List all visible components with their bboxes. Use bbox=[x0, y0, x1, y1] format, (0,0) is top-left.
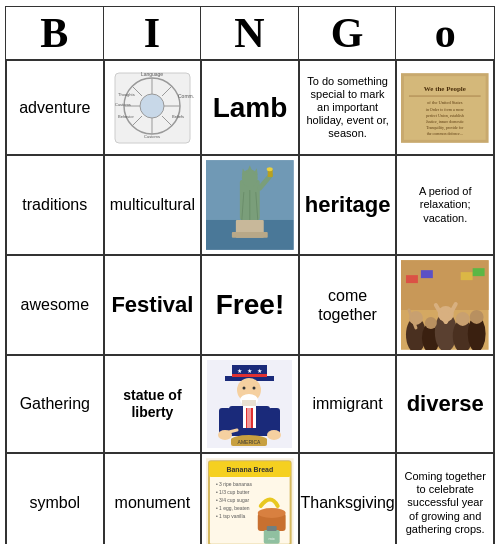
svg-point-38 bbox=[267, 167, 273, 171]
cell-text-symbol: symbol bbox=[29, 493, 80, 512]
svg-text:Comm.: Comm. bbox=[178, 93, 194, 99]
wheel-diagram-icon: Language Comm. Thoughts Beliefs Customs … bbox=[110, 68, 195, 148]
svg-text:★: ★ bbox=[257, 368, 262, 374]
header-g: G bbox=[299, 7, 397, 59]
cell-r2c3 bbox=[201, 155, 299, 255]
svg-rect-43 bbox=[232, 232, 268, 238]
cell-r3c2: Festival bbox=[104, 255, 202, 355]
svg-text:• 3 ripe bananas: • 3 ripe bananas bbox=[216, 482, 253, 487]
svg-rect-74 bbox=[242, 400, 256, 406]
svg-point-55 bbox=[470, 310, 484, 324]
cell-text-come-together: come together bbox=[304, 286, 392, 324]
svg-rect-62 bbox=[473, 268, 485, 276]
cell-text-relaxation: A period of relaxation; vacation. bbox=[401, 185, 489, 225]
svg-point-72 bbox=[253, 387, 256, 390]
cell-r3c4: come together bbox=[299, 255, 397, 355]
header-n: N bbox=[201, 7, 299, 59]
svg-text:Behavior: Behavior bbox=[118, 114, 134, 119]
svg-text:Customs: Customs bbox=[144, 134, 160, 139]
header-o: o bbox=[396, 7, 494, 59]
cell-text-festival: Festival bbox=[111, 292, 193, 318]
cell-text-awesome: awesome bbox=[21, 295, 89, 314]
svg-rect-60 bbox=[421, 270, 433, 278]
cell-r5c4: Thanksgiving bbox=[299, 453, 397, 544]
svg-rect-61 bbox=[461, 272, 473, 280]
cell-r4c4: immigrant bbox=[299, 355, 397, 453]
svg-rect-66 bbox=[232, 374, 267, 377]
cell-r4c5: diverse bbox=[396, 355, 494, 453]
cell-text-thanksgiving: Thanksgiving bbox=[300, 493, 394, 512]
svg-point-98 bbox=[258, 508, 286, 518]
cell-r1c1: adventure bbox=[6, 60, 104, 155]
cell-text-traditions: traditions bbox=[22, 195, 87, 214]
svg-text:• 3/4 cup sugar: • 3/4 cup sugar bbox=[216, 498, 250, 503]
cell-r3c3: Free! bbox=[201, 255, 299, 355]
festival-crowd-icon bbox=[401, 260, 489, 350]
cell-r5c3: Banana Bread • 3 ripe bananas • 1/3 cup … bbox=[201, 453, 299, 544]
svg-text:• 1 tsp vanilla: • 1 tsp vanilla bbox=[216, 514, 246, 519]
cell-text-immigrant: immigrant bbox=[312, 394, 382, 413]
cell-text-statue-of-liberty: statue of liberty bbox=[109, 387, 197, 421]
svg-rect-100 bbox=[267, 526, 277, 531]
svg-point-52 bbox=[425, 317, 437, 329]
svg-text:We the People: We the People bbox=[424, 85, 466, 93]
cell-r2c4: heritage bbox=[299, 155, 397, 255]
cell-r2c5: A period of relaxation; vacation. bbox=[396, 155, 494, 255]
cell-r1c2: Language Comm. Thoughts Beliefs Customs … bbox=[104, 60, 202, 155]
svg-text:the common defence...: the common defence... bbox=[427, 130, 463, 135]
cell-r2c2: multicultural bbox=[104, 155, 202, 255]
svg-point-54 bbox=[456, 312, 470, 326]
svg-rect-59 bbox=[406, 275, 418, 283]
svg-text:of the United States: of the United States bbox=[428, 100, 464, 105]
constitution-icon: We the People of the United States in Or… bbox=[401, 73, 489, 143]
cell-text-heritage: heritage bbox=[305, 192, 391, 218]
svg-text:★: ★ bbox=[237, 368, 242, 374]
svg-text:AMERICA: AMERICA bbox=[238, 439, 261, 445]
bingo-header: B I N G o bbox=[5, 6, 495, 59]
svg-text:in Order to form a more: in Order to form a more bbox=[426, 106, 464, 111]
svg-text:Customs: Customs bbox=[115, 102, 131, 107]
cell-text-crops: Coming together to celebrate successful … bbox=[401, 470, 489, 536]
uncle-sam-icon: ★ ★ ★ bbox=[207, 360, 292, 448]
cell-text-monument: monument bbox=[115, 493, 191, 512]
header-i: I bbox=[104, 7, 202, 59]
svg-point-83 bbox=[267, 430, 281, 440]
cell-r5c2: monument bbox=[104, 453, 202, 544]
header-b: B bbox=[6, 7, 104, 59]
cell-text-adventure: adventure bbox=[19, 98, 90, 117]
svg-text:Thoughts: Thoughts bbox=[118, 92, 135, 97]
svg-point-71 bbox=[243, 387, 246, 390]
cell-r4c3: ★ ★ ★ bbox=[201, 355, 299, 453]
liberty-image bbox=[206, 160, 294, 250]
svg-rect-45 bbox=[401, 260, 489, 310]
bingo-grid: adventure Language Comm. Thoughts Belief… bbox=[5, 59, 495, 544]
cell-r2c1: traditions bbox=[6, 155, 104, 255]
svg-text:Beliefs: Beliefs bbox=[172, 114, 184, 119]
cell-r1c5: We the People of the United States in Or… bbox=[396, 60, 494, 155]
cell-text-free: Free! bbox=[216, 288, 284, 322]
cell-text-diverse: diverse bbox=[407, 391, 484, 417]
cell-r5c1: symbol bbox=[6, 453, 104, 544]
svg-point-2 bbox=[140, 94, 164, 118]
svg-text:• 1 egg, beaten: • 1 egg, beaten bbox=[216, 506, 250, 511]
cell-text-lamb: Lamb bbox=[213, 91, 288, 125]
svg-text:Language: Language bbox=[141, 71, 163, 77]
cell-text-holiday-special: To do something special to mark an impor… bbox=[304, 75, 392, 141]
cell-r1c3: Lamb bbox=[201, 60, 299, 155]
svg-text:Banana Bread: Banana Bread bbox=[227, 466, 274, 473]
cell-text-gathering: Gathering bbox=[20, 394, 90, 413]
cell-text-multicultural: multicultural bbox=[110, 195, 195, 214]
cell-r4c2: statue of liberty bbox=[104, 355, 202, 453]
svg-text:mix: mix bbox=[269, 536, 275, 541]
cell-r3c1: awesome bbox=[6, 255, 104, 355]
cell-r3c5 bbox=[396, 255, 494, 355]
cell-r5c5: Coming together to celebrate successful … bbox=[396, 453, 494, 544]
cell-r4c1: Gathering bbox=[6, 355, 104, 453]
bingo-card: B I N G o adventure Language bbox=[5, 6, 495, 544]
banana-bread-icon: Banana Bread • 3 ripe bananas • 1/3 cup … bbox=[206, 458, 294, 544]
cell-r1c4: To do something special to mark an impor… bbox=[299, 60, 397, 155]
svg-text:• 1/3 cup butter: • 1/3 cup butter bbox=[216, 490, 250, 495]
svg-text:★: ★ bbox=[247, 368, 252, 374]
